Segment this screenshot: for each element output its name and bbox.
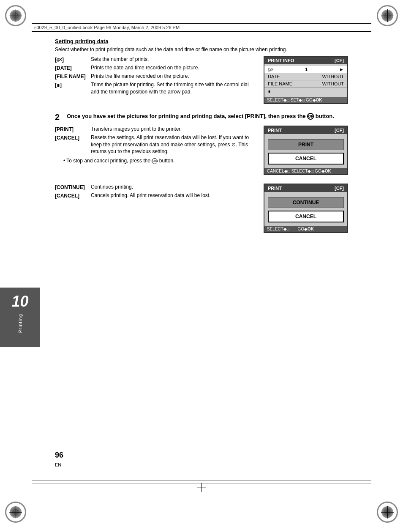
page-en-label: EN	[55, 462, 61, 467]
step-2-section: 2 Once you have set the pictures for pri…	[55, 112, 348, 233]
continue-cancel-def-table: [CONTINUE] Continues printing. [CANCEL] …	[55, 184, 255, 200]
arrow-right: ►	[339, 67, 344, 72]
chapter-number: 10	[11, 293, 28, 310]
step-title-text2: button.	[316, 113, 334, 119]
print-panel-2-footer: SELECT◆□ GO◆OK	[264, 226, 347, 232]
print-panel1-header-right: [CF]	[335, 128, 344, 133]
page-num-value: 96	[55, 451, 63, 459]
def-row-continue: [CONTINUE] Continues printing.	[55, 184, 255, 191]
def-desc-cancel: Resets the settings. All print reservati…	[91, 134, 255, 155]
def-desc-prints: Sets the number of prints.	[91, 56, 255, 63]
bullet-point: • To stop and cancel printing, press the…	[63, 158, 255, 164]
print-info-panel-body: ⎙× 1 ► DATE WITHOUT FILE NAME WITHOUT	[264, 64, 347, 97]
def-table: [⎙×] Sets the number of prints. [DATE] P…	[55, 56, 255, 96]
print-panel-1-footer: CANCEL◆□ SELECT◆□ GO◆OK	[264, 168, 347, 174]
corner-decoration-bl	[4, 498, 30, 524]
ok-circle-icon: OK	[307, 113, 314, 120]
bottom-crosshair	[32, 483, 371, 492]
print-panel-2-body: CONTINUE CANCEL	[264, 192, 347, 226]
def-desc-print: Transfers images you print to the printe…	[91, 126, 255, 133]
step2-content-row: [PRINT] Transfers images you print to th…	[55, 126, 348, 175]
print-panel-2-header: PRINT [CF]	[264, 184, 347, 192]
print-info-header-right: [CF]	[335, 58, 344, 63]
def-term-print: [PRINT]	[55, 126, 91, 133]
chapter-label: Printing	[18, 314, 23, 333]
print-info-panel-header: PRINT INFO [CF]	[264, 57, 347, 64]
print-panel2-header-right: [CF]	[335, 186, 344, 191]
def-row-cancel2: [CANCEL] Cancels printing. All print res…	[55, 192, 255, 200]
print-btn-print: PRINT	[268, 139, 344, 150]
print-panel-1: PRINT [CF] PRINT CANCEL CANCEL◆□ SELECT◆…	[264, 126, 348, 175]
section1-content-row: [⎙×] Sets the number of prints. [DATE] P…	[55, 56, 348, 104]
chapter-tab: 10 Printing	[0, 288, 40, 347]
def-row-trim: [∎] Trims the picture for printing. Set …	[55, 81, 255, 96]
top-bar-text: s0029_e_00_0_unified.book Page 96 Monday…	[34, 25, 180, 30]
top-bar: s0029_e_00_0_unified.book Page 96 Monday…	[32, 23, 371, 32]
bottom-bar	[32, 480, 371, 483]
main-content: Setting printing data Select whether to …	[55, 38, 348, 456]
def-row-date: [DATE] Prints the date and time recorded…	[55, 64, 255, 72]
print-panel1-header-left: PRINT	[268, 128, 282, 133]
print-panel-1-header: PRINT [CF]	[264, 126, 347, 134]
print-info-row-1: ⎙× 1 ►	[264, 66, 347, 73]
print-info-panel: PRINT INFO [CF] ⎙× 1 ► DATE WITHOUT	[264, 56, 348, 104]
print-panel-2: PRINT [CF] CONTINUE CANCEL SELECT◆□ GO◆O…	[264, 184, 348, 233]
print-btn-cancel2: CANCEL	[268, 211, 344, 222]
def-term-filename: [FILE NAME]	[55, 73, 91, 80]
def-term-prints: [⎙×]	[55, 56, 91, 63]
print-count: 1	[305, 67, 308, 72]
def-term-continue: [CONTINUE]	[55, 184, 91, 191]
bottom-crosshair-icon	[197, 483, 206, 492]
section1-definitions: [⎙×] Sets the number of prints. [DATE] P…	[55, 56, 255, 104]
print-info-footer-text: SELECT◆□ SET◆□ GO◆OK	[267, 98, 322, 102]
print-panel2-footer-text: SELECT◆□ GO◆OK	[267, 227, 314, 231]
step-title-text1: Once you have set the pictures for print…	[67, 113, 306, 119]
print-info-row-filename: FILE NAME WITHOUT	[264, 80, 347, 88]
def-row-filename: [FILE NAME] Prints the file name recorde…	[55, 73, 255, 80]
trim-icon: ∎	[268, 88, 271, 94]
corner-decoration-tr	[373, 4, 399, 30]
step2-def-table: [PRINT] Transfers images you print to th…	[55, 126, 255, 155]
def-term-date: [DATE]	[55, 64, 91, 72]
print-info-panel-footer: SELECT◆□ SET◆□ GO◆OK	[264, 97, 347, 103]
page-number: 96 EN	[55, 451, 63, 469]
print-panel1-footer-text: CANCEL◆□ SELECT◆□ GO◆OK	[267, 169, 331, 173]
def-desc-continue: Continues printing.	[91, 184, 255, 191]
print-info-row-trim: ∎	[264, 88, 347, 95]
continue-cancel-section: [CONTINUE] Continues printing. [CANCEL] …	[55, 184, 348, 233]
section-description: Select whether to print printing data su…	[55, 46, 348, 53]
print-panel2-header-left: PRINT	[268, 186, 282, 191]
def-term-trim: [∎]	[55, 81, 91, 96]
step-2-title: Once you have set the pictures for print…	[67, 112, 334, 120]
print-icon: ⎙×	[268, 67, 273, 72]
corner-decoration-br	[373, 498, 399, 524]
section-setting-printing-data: Setting printing data Select whether to …	[55, 38, 348, 104]
print-btn-continue: CONTINUE	[268, 197, 344, 208]
def-term-cancel2: [CANCEL]	[55, 192, 91, 200]
step-2-header: 2 Once you have set the pictures for pri…	[55, 112, 348, 122]
print-info-row-date: DATE WITHOUT	[264, 73, 347, 80]
def-row-cancel: [CANCEL] Resets the settings. All print …	[55, 134, 255, 155]
print-info-header-left: PRINT INFO	[268, 58, 294, 63]
bullet-ok-icon: OK	[152, 158, 158, 164]
print-btn-cancel: CANCEL	[268, 153, 344, 165]
corner-decoration-tl	[4, 4, 30, 30]
def-desc-date: Prints the date and time recorded on the…	[91, 64, 255, 72]
step2-definitions: [PRINT] Transfers images you print to th…	[55, 126, 255, 175]
def-desc-trim: Trims the picture for printing. Set the …	[91, 81, 255, 96]
def-row-print: [PRINT] Transfers images you print to th…	[55, 126, 255, 133]
step-number: 2	[55, 112, 63, 122]
def-term-cancel: [CANCEL]	[55, 134, 91, 155]
continue-cancel-definitions: [CONTINUE] Continues printing. [CANCEL] …	[55, 184, 255, 233]
def-desc-cancel2: Cancels printing. All print reservation …	[91, 192, 255, 200]
def-row-prints: [⎙×] Sets the number of prints.	[55, 56, 255, 63]
def-desc-filename: Prints the file name recorded on the pic…	[91, 73, 255, 80]
print-panel-1-body: PRINT CANCEL	[264, 134, 347, 168]
section-title: Setting printing data	[55, 38, 348, 44]
